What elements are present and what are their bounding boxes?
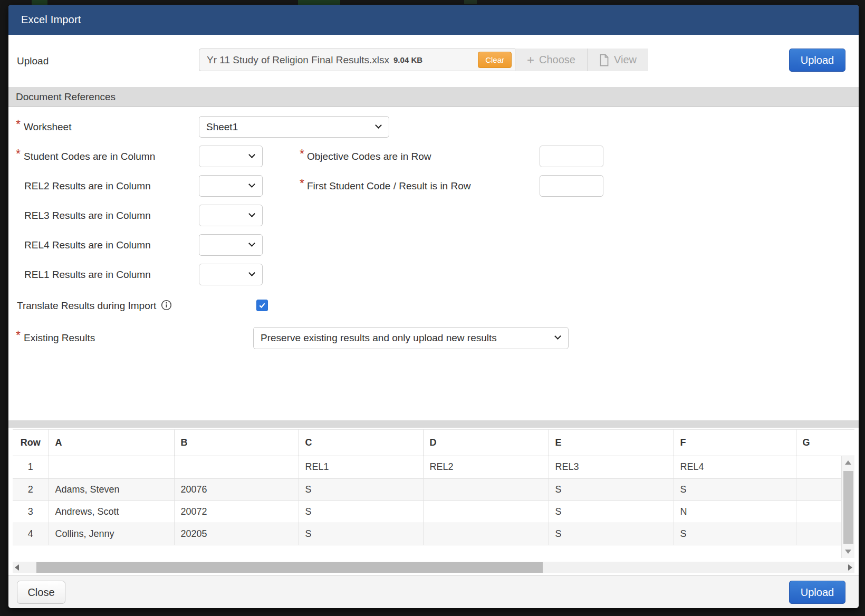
background-page-fragment xyxy=(32,0,47,5)
plus-icon: + xyxy=(527,54,534,66)
cell xyxy=(796,523,841,545)
row-number-cell: 2 xyxy=(13,478,49,500)
column-header-g: G xyxy=(796,430,854,456)
vertical-scrollbar-thumb[interactable] xyxy=(843,471,853,544)
preview-divider-strip xyxy=(8,420,859,428)
student-codes-column-select[interactable] xyxy=(199,146,263,167)
chevron-down-icon xyxy=(375,122,382,129)
cell: S xyxy=(674,523,796,545)
upload-button-bottom[interactable]: Upload xyxy=(789,581,845,604)
chevron-down-icon xyxy=(248,210,255,217)
rel3-column-select[interactable] xyxy=(199,205,263,226)
column-header-f: F xyxy=(674,430,796,456)
existing-results-row: * Existing Results Preserve existing res… xyxy=(8,327,859,349)
cell xyxy=(49,456,174,478)
worksheet-label: Worksheet xyxy=(24,116,71,138)
choose-view-group: + Choose View xyxy=(515,49,648,71)
cell xyxy=(423,523,549,545)
cell: REL1 xyxy=(299,456,423,478)
horizontal-scrollbar[interactable] xyxy=(13,562,854,573)
upload-label: Upload xyxy=(17,35,49,87)
checkmark-icon xyxy=(258,301,266,310)
rel2-column-select[interactable] xyxy=(199,175,263,197)
chevron-down-icon xyxy=(248,181,255,188)
close-button[interactable]: Close xyxy=(17,581,65,604)
cell: S xyxy=(299,500,423,523)
required-marker: * xyxy=(300,177,304,191)
cell xyxy=(796,456,841,478)
view-label: View xyxy=(614,54,637,66)
first-student-row-input[interactable] xyxy=(540,175,603,197)
import-settings-form: * Worksheet Sheet1 * Student Codes are i… xyxy=(8,107,859,420)
objective-codes-row-input[interactable] xyxy=(540,146,603,167)
cell: 20205 xyxy=(174,523,299,545)
cell xyxy=(796,478,841,500)
vertical-scrollbar[interactable] xyxy=(841,456,854,558)
file-input-group: Yr 11 Study of Religion Final Results.xl… xyxy=(199,49,648,71)
worksheet-select[interactable]: Sheet1 xyxy=(199,116,389,138)
cell: N xyxy=(674,500,796,523)
scroll-right-arrow[interactable] xyxy=(846,562,854,573)
student-codes-column-row: * Student Codes are in Column * Objectiv… xyxy=(8,146,859,167)
cell xyxy=(174,456,299,478)
cell: REL4 xyxy=(674,456,796,478)
background-page-fragment xyxy=(464,0,477,4)
existing-results-select-value: Preserve existing results and only uploa… xyxy=(261,328,497,349)
required-marker: * xyxy=(16,329,21,343)
cell: S xyxy=(299,478,423,500)
cell xyxy=(423,478,549,500)
choose-file-button[interactable]: + Choose xyxy=(515,49,587,71)
column-header-a: A xyxy=(49,430,174,456)
translate-results-label: Translate Results during Import xyxy=(17,300,172,314)
row-number-cell: 4 xyxy=(13,523,49,545)
objective-codes-row-label: Objective Codes are in Row xyxy=(307,146,431,167)
row-number-cell: 1 xyxy=(13,456,49,478)
upload-button-top[interactable]: Upload xyxy=(789,49,845,72)
worksheet-row: * Worksheet Sheet1 xyxy=(8,116,859,138)
worksheet-select-value: Sheet1 xyxy=(206,117,238,137)
scroll-down-arrow[interactable] xyxy=(842,546,854,557)
document-icon xyxy=(599,54,609,66)
rel3-column-label: REL3 Results are in Column xyxy=(24,205,151,226)
scroll-left-arrow[interactable] xyxy=(13,562,21,573)
required-marker: * xyxy=(16,118,21,132)
cell: REL3 xyxy=(549,456,674,478)
required-marker: * xyxy=(16,147,21,161)
rel4-column-select[interactable] xyxy=(199,234,263,256)
existing-results-select[interactable]: Preserve existing results and only uploa… xyxy=(253,327,569,349)
column-header-e: E xyxy=(549,430,674,456)
dialog-titlebar: Excel Import xyxy=(8,5,859,35)
rel2-column-row: REL2 Results are in Column * First Stude… xyxy=(8,175,859,197)
dialog-title: Excel Import xyxy=(21,14,81,26)
table-row: 4 Collins, Jenny 20205 S S S xyxy=(13,523,841,545)
table-row: 2 Adams, Steven 20076 S S S xyxy=(13,478,841,500)
column-header-b: B xyxy=(174,430,299,456)
cell: 20076 xyxy=(174,478,299,500)
cell xyxy=(796,500,841,523)
translate-results-row: Translate Results during Import xyxy=(8,300,859,312)
rel1-column-row: REL1 Results are in Column xyxy=(8,264,859,285)
existing-results-label: Existing Results xyxy=(24,327,95,349)
info-circle-icon[interactable] xyxy=(161,300,172,314)
cell: Collins, Jenny xyxy=(49,523,174,545)
spreadsheet-preview: Row A B C D E F G 1 REL1 REL2 REL3 REL4 xyxy=(8,428,859,562)
cell: S xyxy=(674,478,796,500)
rel1-column-select[interactable] xyxy=(199,264,263,285)
translate-results-checkbox[interactable] xyxy=(256,300,268,311)
table-row: 1 REL1 REL2 REL3 REL4 xyxy=(13,456,841,478)
column-header-d: D xyxy=(423,430,549,456)
chevron-down-icon xyxy=(248,270,255,276)
chevron-down-icon xyxy=(248,240,255,247)
cell: 20072 xyxy=(174,500,299,523)
table-row: 3 Andrews, Scott 20072 S S N xyxy=(13,500,841,523)
upload-section: Upload Yr 11 Study of Religion Final Res… xyxy=(8,35,859,87)
scroll-up-arrow[interactable] xyxy=(842,457,854,468)
view-file-button[interactable]: View xyxy=(588,49,648,71)
rel2-column-label: REL2 Results are in Column xyxy=(24,175,151,197)
background-page-fragment xyxy=(298,0,340,5)
choose-label: Choose xyxy=(539,54,575,66)
horizontal-scrollbar-thumb[interactable] xyxy=(36,562,543,573)
cell: REL2 xyxy=(423,456,549,478)
clear-file-button[interactable]: Clear xyxy=(478,52,512,68)
row-number-cell: 3 xyxy=(13,500,49,523)
